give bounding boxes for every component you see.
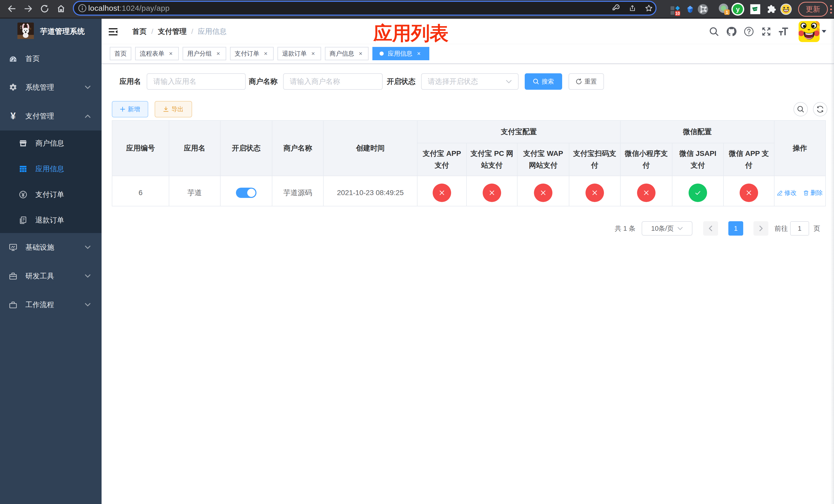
svg-text:y: y	[736, 5, 740, 13]
svg-text:1: 1	[726, 10, 728, 15]
svg-text:10: 10	[676, 11, 680, 16]
